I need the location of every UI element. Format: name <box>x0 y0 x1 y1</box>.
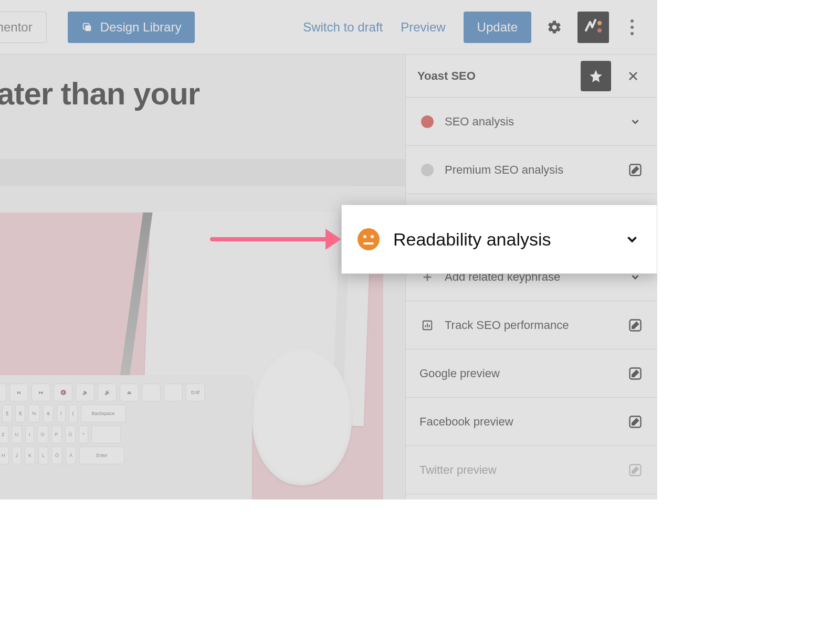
edit-icon[interactable] <box>627 413 644 430</box>
yoast-button[interactable] <box>578 12 609 43</box>
edit-icon[interactable] <box>627 317 644 334</box>
panel-track-seo[interactable]: Track SEO performance <box>406 301 657 349</box>
status-face-orange-icon <box>358 228 380 250</box>
design-library-label: Design Library <box>100 20 182 35</box>
close-icon <box>627 70 639 82</box>
preview-label: Preview <box>401 20 445 34</box>
gear-icon <box>547 19 562 35</box>
panel-label: Premium SEO analysis <box>445 163 563 177</box>
panel-twitter-preview[interactable]: Twitter preview <box>406 446 657 494</box>
star-icon <box>589 69 603 83</box>
edit-icon[interactable] <box>627 365 644 382</box>
sidebar-title: Yoast SEO <box>417 69 476 83</box>
sidebar-header: Yoast SEO <box>406 55 657 98</box>
design-library-button[interactable]: Design Library <box>68 12 195 43</box>
yoast-icon <box>583 17 604 38</box>
preview-link[interactable]: Preview <box>401 20 445 35</box>
panel-premium-seo[interactable]: Premium SEO analysis <box>406 146 657 194</box>
photo-mouse <box>252 349 352 485</box>
panel-label: Track SEO performance <box>445 318 569 332</box>
chart-icon <box>419 317 435 333</box>
sidebar-pin-button[interactable] <box>581 61 611 91</box>
panel-label: Google preview <box>419 367 500 380</box>
more-options-button[interactable] <box>616 12 648 43</box>
sidebar-close-button[interactable] <box>621 63 646 89</box>
photo-keyboard: Esc⏮⏯⏭🔇🔉🔊⏏Entf ^!"§$%&/(Backspace ⇥ZUIOP… <box>0 375 252 499</box>
status-dot-red <box>419 114 435 130</box>
elementor-button-label: mentor <box>0 20 33 35</box>
annotation-arrow <box>210 231 341 247</box>
svg-point-3 <box>597 28 602 33</box>
switch-to-draft-link[interactable]: Switch to draft <box>303 20 383 35</box>
panel-label: Facebook preview <box>419 415 513 429</box>
featured-image[interactable]: Esc⏮⏯⏭🔇🔉🔊⏏Entf ^!"§$%&/(Backspace ⇥ZUIOP… <box>0 212 383 499</box>
status-dot-gray <box>419 162 435 178</box>
update-button[interactable]: Update <box>464 12 531 43</box>
more-vertical-icon <box>631 19 634 35</box>
edit-icon[interactable] <box>627 462 644 479</box>
chevron-down-icon <box>627 113 644 130</box>
settings-button[interactable] <box>539 12 570 43</box>
panel-readability-analysis[interactable]: Readability analysis <box>341 205 657 274</box>
edit-icon[interactable] <box>627 162 644 178</box>
panel-label: SEO analysis <box>445 115 514 129</box>
switch-to-draft-label: Switch to draft <box>303 20 383 34</box>
update-label: Update <box>477 20 518 35</box>
panel-seo-analysis[interactable]: SEO analysis <box>406 98 657 146</box>
panel-facebook-preview[interactable]: Facebook preview <box>406 398 657 446</box>
panel-google-preview[interactable]: Google preview <box>406 349 657 398</box>
post-heading[interactable]: be greater than your <box>0 55 405 143</box>
elementor-button[interactable]: mentor <box>0 12 47 43</box>
editor-toolbar: mentor Design Library Switch to draft Pr… <box>0 0 657 55</box>
svg-rect-0 <box>85 25 91 31</box>
panel-label: Readability analysis <box>393 229 551 250</box>
yoast-sidebar: Yoast SEO SEO analysis Premium SEO analy… <box>405 55 657 499</box>
panel-label: Twitter preview <box>419 463 497 477</box>
editor-canvas[interactable]: be greater than your Esc⏮⏯⏭🔇🔉🔊⏏Entf ^!"§… <box>0 55 405 499</box>
copy-icon <box>81 22 93 33</box>
block-toolbar-placeholder <box>0 159 405 186</box>
svg-point-2 <box>597 21 602 25</box>
chevron-down-icon <box>624 231 640 247</box>
